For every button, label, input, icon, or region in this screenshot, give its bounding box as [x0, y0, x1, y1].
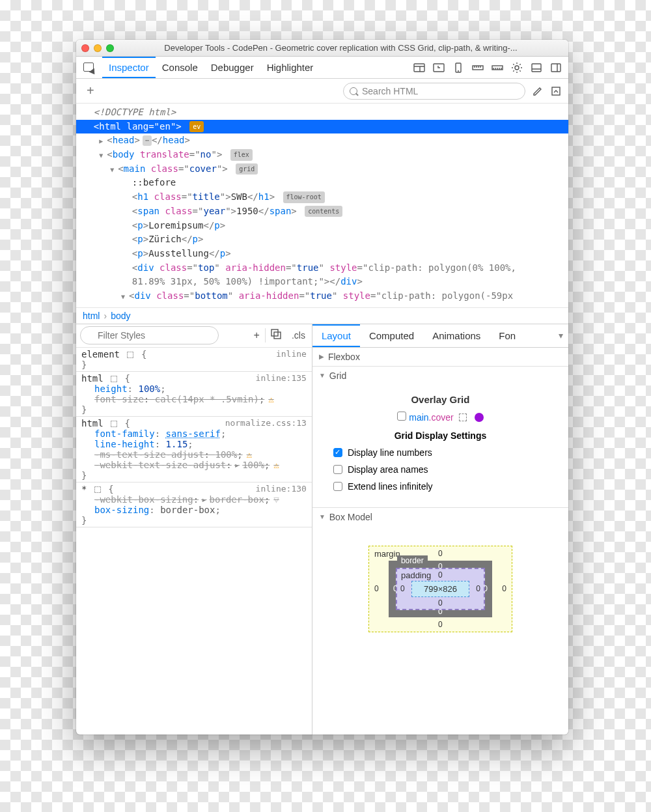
- dom-div-top-element[interactable]: <div class="top" aria-hidden="true" styl…: [76, 261, 568, 275]
- rule-selector[interactable]: html: [81, 373, 104, 384]
- grid-header[interactable]: ▼Grid: [312, 367, 568, 385]
- selector-highlighter-icon[interactable]: [94, 486, 101, 493]
- rules-list[interactable]: inlineelement {}inline:135html {height: …: [76, 348, 312, 735]
- dom-p3-element[interactable]: <p>Ausstellung</p>: [76, 247, 568, 261]
- responsive-icon[interactable]: [452, 62, 464, 74]
- rule-declaration[interactable]: line-height: 1.15;: [81, 439, 307, 449]
- bm-content-box[interactable]: 799×826: [411, 581, 469, 597]
- breadcrumbs[interactable]: html›body: [76, 307, 568, 324]
- add-element-button[interactable]: +: [83, 83, 98, 98]
- rule-source[interactable]: inline: [276, 349, 307, 359]
- rule-selector[interactable]: *: [81, 484, 87, 494]
- cls-button[interactable]: .cls: [286, 330, 311, 341]
- window-maximize-button[interactable]: [106, 44, 114, 52]
- boxmodel-header[interactable]: ▼Box Model: [312, 508, 568, 526]
- rule-declaration[interactable]: font-size: calc(14px * .5vmin);⚠: [81, 394, 307, 404]
- bm-margin-right[interactable]: 0: [502, 584, 506, 593]
- tab-console[interactable]: Console: [156, 57, 204, 78]
- rule-declaration[interactable]: box-sizing: border-box;: [81, 505, 307, 515]
- selector-highlighter-icon[interactable]: [111, 376, 117, 382]
- twisty-icon[interactable]: [99, 148, 107, 162]
- checkbox-icon[interactable]: [333, 482, 342, 491]
- dom-body-element[interactable]: <body translate="no"> flex: [76, 148, 568, 162]
- event-badge[interactable]: ev: [189, 121, 204, 133]
- expand-arrow-icon[interactable]: ▸: [234, 460, 240, 470]
- rule-selector[interactable]: element: [81, 349, 120, 359]
- rule-block[interactable]: inline:135html {height: 100%;font-size: …: [76, 372, 312, 417]
- twisty-icon[interactable]: [99, 133, 107, 148]
- ellipsis-badge[interactable]: ⋯: [143, 135, 152, 146]
- rule-declaration[interactable]: -ms-text-size-adjust: 100%;⚠: [81, 449, 307, 460]
- rule-source[interactable]: inline:130: [256, 484, 307, 494]
- bm-padding-bottom[interactable]: 0: [438, 598, 443, 608]
- dock-bottom-icon[interactable]: [531, 62, 542, 74]
- setting-extend-lines[interactable]: Extend lines infinitely: [333, 481, 559, 492]
- rule-declaration[interactable]: height: 100%;: [81, 384, 307, 394]
- screenshot-icon[interactable]: [433, 62, 445, 74]
- sidetab-fonts[interactable]: Fon: [490, 324, 525, 347]
- filter-icon[interactable]: ▽: [273, 494, 279, 505]
- add-rule-button[interactable]: +: [249, 329, 265, 341]
- window-close-button[interactable]: [81, 44, 89, 52]
- bm-padding-box[interactable]: padding 0 0 0 0 799×826: [396, 568, 485, 610]
- dom-div-top-element-cont[interactable]: 81.89% 31px, 50% 100%) !important;"></di…: [76, 275, 568, 289]
- element-picker-icon[interactable]: [83, 61, 96, 74]
- bm-padding-top[interactable]: 0: [438, 570, 443, 580]
- measure-icon[interactable]: [472, 62, 484, 74]
- rule-source[interactable]: inline:135: [256, 373, 307, 383]
- rule-source[interactable]: normalize.css:13: [225, 418, 307, 428]
- bm-padding-right[interactable]: 0: [476, 584, 480, 593]
- grid-color-swatch[interactable]: [475, 413, 484, 422]
- breadcrumb-html[interactable]: html: [83, 311, 100, 321]
- expand-arrow-icon[interactable]: ▸: [201, 494, 206, 505]
- setting-line-numbers[interactable]: ✓Display line numbers: [333, 447, 559, 458]
- tab-debugger[interactable]: Debugger: [204, 57, 260, 78]
- dom-html-element[interactable]: <html lang="en"> ev: [76, 120, 568, 134]
- sidetab-more-icon[interactable]: ▾: [553, 324, 568, 347]
- setting-area-names[interactable]: Display area names: [333, 464, 559, 475]
- dom-main-element[interactable]: <main class="cover"> grid: [76, 162, 568, 176]
- tab-highlighter[interactable]: Highlighter: [260, 57, 320, 78]
- dom-span-element[interactable]: <span class="year">1950</span> contents: [76, 204, 568, 219]
- settings-gear-icon[interactable]: [511, 62, 523, 74]
- twisty-icon[interactable]: [110, 162, 118, 176]
- bm-margin-top[interactable]: 0: [438, 549, 443, 558]
- rule-block[interactable]: normalize.css:13html {font-family: sans-…: [76, 417, 312, 483]
- sidetab-computed[interactable]: Computed: [360, 324, 423, 347]
- twisty-icon[interactable]: [121, 289, 129, 303]
- display-badge[interactable]: contents: [305, 206, 342, 217]
- filter-styles-input[interactable]: [80, 326, 219, 344]
- selector-highlighter-icon[interactable]: [127, 352, 133, 358]
- rule-declaration[interactable]: font-family: sans-serif;: [81, 428, 307, 439]
- overlay-checkbox[interactable]: [397, 412, 406, 421]
- dock-side-icon[interactable]: [550, 62, 562, 74]
- bm-padding-left[interactable]: 0: [400, 584, 405, 593]
- breadcrumb-body[interactable]: body: [111, 311, 130, 321]
- rule-block[interactable]: inlineelement {}: [76, 348, 312, 372]
- overlay-grid-item[interactable]: main.cover: [322, 412, 559, 423]
- display-badge[interactable]: flex: [230, 149, 253, 161]
- rule-declaration[interactable]: -webkit-box-sizing:▸border-box;▽: [81, 494, 307, 505]
- rule-declaration[interactable]: -webkit-text-size-adjust:▸100%;⚠: [81, 460, 307, 470]
- checkbox-icon[interactable]: [333, 465, 342, 474]
- dom-doctype[interactable]: <!DOCTYPE html>: [76, 105, 568, 120]
- rule-block[interactable]: inline:130* {-webkit-box-sizing:▸border-…: [76, 483, 312, 527]
- bm-margin-box[interactable]: margin 0 0 0 0 border 0 0 0 0 padding: [368, 546, 512, 632]
- display-badge[interactable]: flow-root: [283, 191, 325, 203]
- checkbox-checked-icon[interactable]: ✓: [333, 448, 342, 457]
- window-minimize-button[interactable]: [94, 44, 102, 52]
- edit-html-icon[interactable]: [532, 85, 544, 97]
- rulers-icon[interactable]: [492, 62, 503, 74]
- sidetab-animations[interactable]: Animations: [423, 324, 490, 347]
- display-badge[interactable]: grid: [236, 163, 258, 175]
- dom-h1-element[interactable]: <h1 class="title">SWB</h1> flow-root: [76, 190, 568, 204]
- dom-pseudo-before[interactable]: ::before: [76, 176, 568, 190]
- search-html-input[interactable]: Search HTML: [343, 83, 525, 100]
- tab-inspector[interactable]: Inspector: [102, 57, 156, 78]
- dom-p1-element[interactable]: <p>Loremipsum</p>: [76, 219, 568, 233]
- dom-div-bottom-element[interactable]: <div class="bottom" aria-hidden="true" s…: [76, 289, 568, 303]
- dom-tree[interactable]: <!DOCTYPE html> <html lang="en"> ev <hea…: [76, 104, 568, 307]
- bm-border-box[interactable]: border 0 0 0 0 padding 0 0 0 0 79: [389, 561, 492, 617]
- iframe-picker-icon[interactable]: [413, 62, 425, 74]
- selector-highlighter-icon[interactable]: [111, 421, 117, 427]
